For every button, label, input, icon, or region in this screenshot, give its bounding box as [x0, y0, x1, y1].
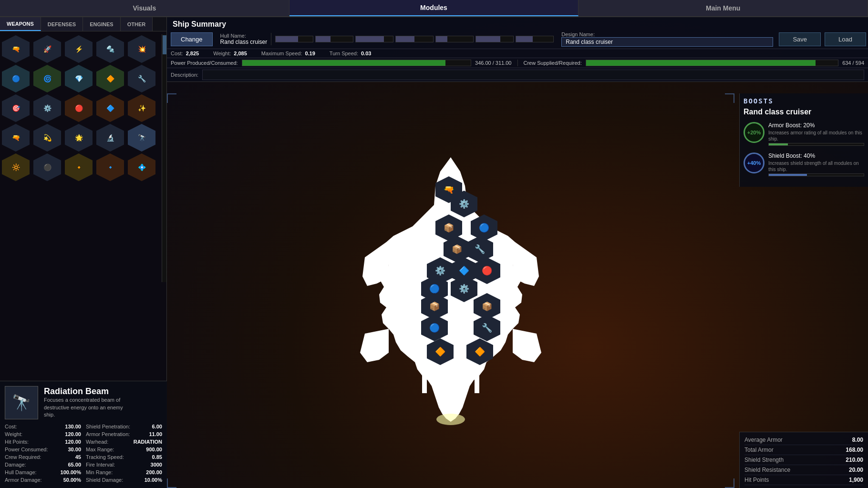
ship-summary-bar: Ship Summary Change Hull Name: Rand clas… [167, 17, 868, 82]
shield-boost-bar [768, 173, 864, 176]
stat-hull-damage: Hull Damage: 100.00% [5, 469, 81, 476]
weapon-item-8[interactable]: 🔶 [96, 65, 124, 92]
corner-bracket-tl [167, 93, 176, 103]
stat-armor-damage: Armor Damage: 50.00% [5, 477, 81, 483]
top-navigation: Visuals Modules Main Menu [0, 0, 868, 17]
weapon-item-17[interactable]: 🌟 [65, 124, 93, 152]
summary-row3: Power Produced/Consumed: 346.00 / 311.00… [167, 58, 868, 68]
stat-avg-armor: Average Armor 8.00 [744, 435, 863, 445]
stat-shield-resistance: Shield Resistance 20.00 [744, 465, 863, 475]
nav-main-menu[interactable]: Main Menu [579, 0, 868, 16]
mini-bar-3 [355, 36, 393, 42]
scroll-thumb [163, 35, 166, 54]
weapon-item-14[interactable]: ✨ [128, 94, 155, 122]
stat-min-range: Min Range: 200.00 [86, 469, 162, 476]
main-area: Ship Summary Change Hull Name: Rand clas… [167, 17, 868, 488]
weapon-item-20[interactable]: 🔆 [2, 153, 30, 181]
weapon-item-6[interactable]: 🌀 [33, 65, 61, 92]
weapon-info-text: Radiation Beam Focuses a concentrated be… [44, 386, 130, 418]
stat-hit-points: Hit Points: 120.00 [5, 438, 81, 445]
weapon-item-5[interactable]: 🔵 [2, 65, 30, 92]
weight-stat: Weight: 2,085 [213, 51, 247, 56]
weapon-item-2[interactable]: ⚡ [65, 35, 93, 63]
hull-name-label: Hull Name: [220, 33, 268, 39]
weapon-info-header: 🔭 Radiation Beam Focuses a concentrated … [5, 386, 162, 419]
armor-boost-label: +20% [747, 130, 761, 135]
weapon-stats: Cost: 130.00 Shield Penetration: 6.00 We… [5, 423, 162, 483]
weapon-item-7[interactable]: 💎 [65, 65, 93, 92]
weapon-item-13[interactable]: 🔷 [96, 94, 124, 122]
stat-hit-points: Hit Points 1,900 [744, 475, 863, 485]
weapon-item-12[interactable]: 🔴 [65, 94, 93, 122]
weapon-icon: 🔭 [5, 386, 38, 419]
change-hull-button[interactable]: Change [171, 32, 213, 46]
stat-armor-pen: Armor Penetration: 11.00 [86, 431, 162, 437]
weapon-item-23[interactable]: 🔹 [96, 153, 124, 181]
ship-summary-title: Ship Summary [167, 17, 868, 30]
shield-boost-text: Shield Boost: 40% Increases shield stren… [768, 152, 864, 176]
description-input[interactable] [202, 70, 864, 80]
mini-bar-7 [516, 36, 554, 42]
mini-bar-6 [475, 36, 514, 42]
selected-weapon-panel: 🔭 Radiation Beam Focuses a concentrated … [0, 381, 167, 488]
boosts-panel: BOOSTS Rand class cruiser +20% Armor Boo… [739, 93, 868, 187]
summary-row4: Description: [167, 68, 868, 81]
weapon-name: Radiation Beam [44, 386, 130, 396]
mini-bar-1 [275, 36, 313, 42]
bottom-stats-panel: Average Armor 8.00 Total Armor 168.00 Sh… [739, 432, 868, 488]
nav-visuals[interactable]: Visuals [0, 0, 289, 16]
crew-section: Crew Supplied/Required: 634 / 594 [518, 60, 865, 66]
scroll-bar[interactable] [162, 34, 166, 282]
weapon-item-18[interactable]: 🔬 [96, 124, 124, 152]
weapon-item-24[interactable]: 💠 [128, 153, 155, 181]
mini-bar-2 [315, 36, 353, 42]
weapon-item-15[interactable]: 🔫 [2, 124, 30, 152]
weapon-item-10[interactable]: 🎯 [2, 94, 30, 122]
weapon-item-21[interactable]: ⚫ [33, 153, 61, 181]
tab-engines[interactable]: ENGINES [83, 17, 121, 31]
save-button[interactable]: Save [779, 32, 821, 46]
armor-boost-desc: Increases armor rating of all modules on… [768, 130, 864, 142]
weapon-category-tabs: WEAPONS DEFENSES ENGINES OTHER [0, 17, 166, 31]
crew-label: Crew Supplied/Required: [524, 60, 582, 66]
weapon-item-9[interactable]: 🔧 [128, 65, 155, 92]
weapon-item-0[interactable]: 🔫 [2, 35, 30, 63]
svg-point-0 [436, 414, 465, 425]
cost-stat: Cost: 2,825 [171, 51, 199, 56]
stat-damage: Damage: 65.00 [5, 461, 81, 468]
turn-speed-stat: Turn Speed: 0.03 [330, 51, 372, 56]
tab-defenses[interactable]: DEFENSES [41, 17, 83, 31]
svg-rect-2 [463, 357, 470, 386]
tab-other[interactable]: OTHER [121, 17, 153, 31]
tab-weapons[interactable]: WEAPONS [0, 17, 41, 31]
stat-crew: Crew Required: 45 [5, 454, 81, 460]
stat-warhead: Warhead: RADIATION [86, 438, 162, 445]
stat-fire-interval: Fire Interval: 3000 [86, 461, 162, 468]
weapon-item-16[interactable]: 💫 [33, 124, 61, 152]
weapon-item-11[interactable]: ⚙️ [33, 94, 61, 122]
weapon-item-22[interactable]: 🔸 [65, 153, 93, 181]
shield-boost-bar-fill [769, 174, 807, 176]
stat-shield-pen: Shield Penetration: 6.00 [86, 423, 162, 430]
max-speed-stat: Maximum Speed: 0.19 [261, 51, 315, 56]
weapon-item-3[interactable]: 🔩 [96, 35, 124, 63]
weapon-item-torpedo[interactable]: 🔭 Torpedo launcher [128, 124, 155, 152]
weapon-item-1[interactable]: 🚀 [33, 35, 61, 63]
hull-name-section: Hull Name: Rand class cruiser [217, 33, 272, 45]
boosts-title: BOOSTS [744, 97, 864, 105]
weapon-item-4[interactable]: 💥 [128, 35, 155, 63]
armor-boost-name: Armor Boost: 20% [768, 122, 864, 129]
stat-power: Power Consumed: 30.00 [5, 446, 81, 453]
nav-modules[interactable]: Modules [289, 0, 579, 16]
weapon-description: Focuses a concentrated beam of destructi… [44, 396, 130, 418]
stat-shield-damage: Shield Damage: 10.00% [86, 477, 162, 483]
stat-total-armor: Total Armor 168.00 [744, 445, 863, 455]
load-button[interactable]: Load [825, 32, 866, 46]
design-name-section: Design Name: [558, 31, 777, 47]
armor-boost-bar-fill [769, 143, 788, 145]
corner-bracket-br [725, 478, 734, 488]
mini-bar-4 [395, 36, 434, 42]
boosts-ship-name: Rand class cruiser [744, 108, 864, 116]
design-name-input[interactable] [561, 37, 773, 47]
hull-name-value: Rand class cruiser [220, 39, 268, 45]
